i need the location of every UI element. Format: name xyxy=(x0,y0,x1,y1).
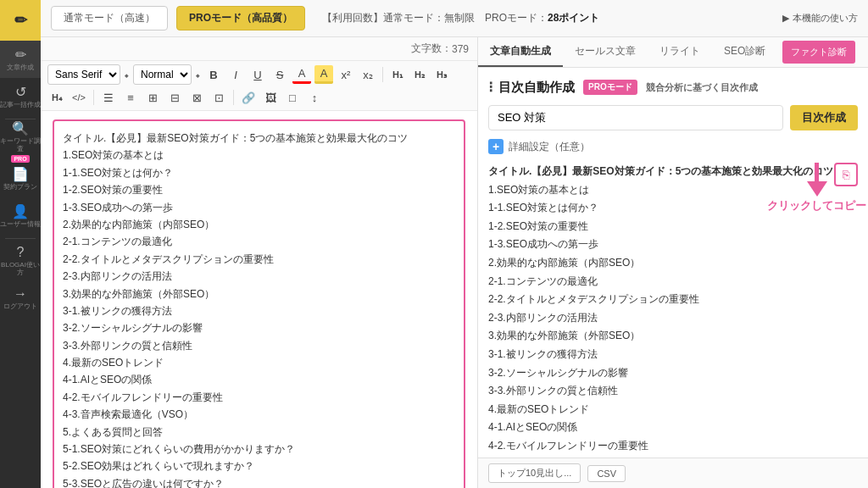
sidebar-item-contract-label: 契約プラン xyxy=(3,184,37,191)
sidebar-item-essay-label: 文章作成 xyxy=(7,64,34,72)
pro-badge-desc: 競合分析に基づく目次作成 xyxy=(646,81,758,94)
sidebar-item-logout[interactable]: → ログアウト xyxy=(0,280,41,317)
char-count-label: 文字数： xyxy=(411,42,452,56)
tab-fact[interactable]: ファクト診断 xyxy=(782,41,855,64)
top-bar: 通常モード（高速） PROモード（高品質） 【利用回数】通常モード：無制限 PR… xyxy=(41,0,868,37)
sidebar-item-history-label: 記事一括作成 xyxy=(0,102,41,109)
expand-button[interactable]: ↕ xyxy=(305,88,324,107)
detail-settings[interactable]: + 詳細設定（任意） xyxy=(488,139,858,154)
h1-button[interactable]: H₁ xyxy=(388,65,407,84)
seo-keyword-input[interactable] xyxy=(488,105,783,130)
outdent-button[interactable]: ⊟ xyxy=(165,88,184,107)
tab-seo[interactable]: SEO診断 xyxy=(712,37,777,67)
editor-content[interactable]: タイトル.【必見】最新SEO対策ガイド：5つの基本施策と効果最大化のコツ1.SE… xyxy=(53,119,465,488)
sidebar-logo[interactable]: ✏ xyxy=(0,0,41,41)
char-count-value: 379 xyxy=(452,43,469,55)
right-arrow-stem xyxy=(815,163,819,181)
csv-button[interactable]: CSV xyxy=(587,465,626,482)
align-left-button[interactable]: ⊠ xyxy=(187,88,206,107)
input-row: 目次作成 xyxy=(488,105,858,130)
top10-button[interactable]: トップ10見出し... xyxy=(488,463,581,483)
plus-icon: + xyxy=(488,139,504,154)
font-family-select[interactable]: Sans Serif xyxy=(47,64,120,85)
italic-button[interactable]: I xyxy=(226,65,245,84)
sidebar-item-help-label: BLOGAI使い方 xyxy=(0,262,41,277)
right-tabs: 文章自動生成 セールス文章 リライト SEO診断 ファクト診断 xyxy=(478,37,868,68)
right-panel-body: ⁝ 目次自動作成 PROモード 競合分析に基づく目次作成 目次作成 + 詳細設定… xyxy=(478,68,868,458)
editor-charcount-bar: 文字数： 379 xyxy=(41,37,477,61)
contract-icon: 📄 xyxy=(12,166,29,182)
sidebar-item-keyword-label: キーワード調査 xyxy=(0,138,41,153)
h2-button[interactable]: H₂ xyxy=(410,65,429,84)
list-ordered-button[interactable]: ≡ xyxy=(121,88,140,107)
toolbar-divider-text: ⬥ xyxy=(124,69,130,80)
sidebar-item-essay[interactable]: ✏ 文章作成 xyxy=(0,41,41,78)
mode-pro-button[interactable]: PROモード（高品質） xyxy=(176,6,305,30)
sidebar-item-keyword[interactable]: 🔍 キーワード調査 PRO xyxy=(0,123,41,160)
content-area: 文字数： 379 Sans Serif ⬥ Normal ⬥ B I U S A… xyxy=(41,37,868,488)
toolbar-sep3 xyxy=(233,90,234,105)
subscript-button[interactable]: x₂ xyxy=(359,65,377,84)
list-unordered-button[interactable]: ☰ xyxy=(99,88,118,107)
toolbar-sep xyxy=(382,67,383,82)
image-button[interactable]: 🖼 xyxy=(261,88,280,107)
sidebar-item-contract[interactable]: 📄 契約プラン xyxy=(0,160,41,197)
mode-normal-button[interactable]: 通常モード（高速） xyxy=(51,6,168,30)
bottom-bar: トップ10見出し... CSV xyxy=(478,458,868,488)
essay-icon: ✏ xyxy=(15,47,26,63)
keyword-icon: 🔍 xyxy=(12,120,29,136)
table-button[interactable]: □ xyxy=(283,88,302,107)
sidebar-item-history[interactable]: ↺ 記事一括作成 xyxy=(0,78,41,115)
editor-toolbar: Sans Serif ⬥ Normal ⬥ B I U S A A x² x₂ … xyxy=(41,61,477,111)
h4-button[interactable]: H₄ xyxy=(47,88,66,107)
editor-panel: 文字数： 379 Sans Serif ⬥ Normal ⬥ B I U S A… xyxy=(41,37,478,488)
sidebar: ✏ ✏ 文章作成 ↺ 記事一括作成 🔍 キーワード調査 PRO 📄 契約プラン … xyxy=(0,0,41,488)
link-button[interactable]: 🔗 xyxy=(239,88,258,107)
lines-icon: ⁝ xyxy=(488,78,493,97)
highlight-button[interactable]: A xyxy=(314,65,333,84)
code-button[interactable]: </> xyxy=(70,88,88,107)
help-icon: ? xyxy=(17,245,25,260)
h3-button[interactable]: H₃ xyxy=(432,65,451,84)
usage-points: 28ポイント xyxy=(548,12,599,24)
history-icon: ↺ xyxy=(15,84,26,100)
logo-icon: ✏ xyxy=(14,11,27,30)
align-right-button[interactable]: ⊡ xyxy=(209,88,228,107)
usage-label: 【利用回数】通常モード：無制限 PROモード： xyxy=(322,12,548,24)
sidebar-item-logout-label: ログアウト xyxy=(3,303,37,311)
create-toc-button[interactable]: 目次作成 xyxy=(790,105,858,130)
user-icon: 👤 xyxy=(12,203,29,219)
font-size-select[interactable]: Normal xyxy=(133,64,192,85)
section-title-text: 目次自動作成 xyxy=(498,80,575,96)
editor-body[interactable]: タイトル.【必見】最新SEO対策ガイド：5つの基本施策と効果最大化のコツ1.SE… xyxy=(41,111,477,488)
tab-sales[interactable]: セールス文章 xyxy=(563,37,648,67)
main-content: 通常モード（高速） PROモード（高品質） 【利用回数】通常モード：無制限 PR… xyxy=(41,0,868,488)
right-arrow-annotation: クリックしてコピー xyxy=(767,163,866,214)
right-arrow-down xyxy=(807,181,827,197)
tab-auto[interactable]: 文章自動生成 xyxy=(478,37,563,67)
right-panel: 文章自動生成 セールス文章 リライト SEO診断 ファクト診断 ⁝ 目次自動作成… xyxy=(478,37,868,488)
indent-button[interactable]: ⊞ xyxy=(143,88,162,107)
usage-info: 【利用回数】通常モード：無制限 PROモード：28ポイント xyxy=(322,11,599,25)
tab-rewrite[interactable]: リライト xyxy=(648,37,712,67)
sidebar-nav-group: ✏ 文章作成 ↺ 記事一括作成 🔍 キーワード調査 PRO 📄 契約プラン 👤 … xyxy=(0,41,41,317)
bold-button[interactable]: B xyxy=(204,65,223,84)
detail-settings-label: 詳細設定（任意） xyxy=(509,140,590,154)
toolbar-divider-text2: ⬥ xyxy=(195,69,201,80)
font-color-button[interactable]: A xyxy=(292,65,311,84)
superscript-button[interactable]: x² xyxy=(337,65,355,84)
help-link[interactable]: ▶ 本機能の使い方 xyxy=(782,12,858,25)
copy-annotation-label: クリックしてコピー xyxy=(767,198,866,214)
pro-badge: PROモード xyxy=(583,80,637,95)
section-title: ⁝ 目次自動作成 PROモード 競合分析に基づく目次作成 xyxy=(488,78,858,97)
sidebar-item-help[interactable]: ? BLOGAI使い方 xyxy=(0,242,41,280)
sidebar-divider-2 xyxy=(5,238,36,239)
sidebar-item-user[interactable]: 👤 ユーザー情報 xyxy=(0,197,41,235)
toc-result-wrapper: タイトル.【必見】最新SEO対策ガイド：5つの基本施策と効果最大化のコツ1.SE… xyxy=(488,163,858,458)
sidebar-item-user-label: ユーザー情報 xyxy=(0,221,41,229)
video-icon: ▶ xyxy=(782,13,789,24)
toolbar-sep2 xyxy=(93,90,94,105)
strikethrough-button[interactable]: S xyxy=(270,65,289,84)
help-label: 本機能の使い方 xyxy=(793,12,858,25)
underline-button[interactable]: U xyxy=(248,65,267,84)
